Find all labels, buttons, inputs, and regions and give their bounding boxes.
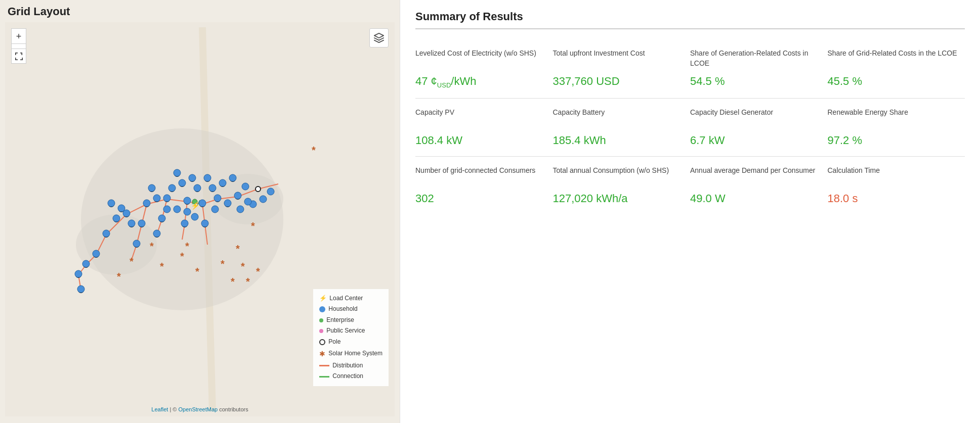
svg-text:*: * <box>160 261 164 272</box>
svg-point-87 <box>219 179 226 186</box>
expand-button[interactable] <box>11 49 26 64</box>
svg-point-92 <box>128 220 135 227</box>
metric-11: Calculation Time 18.0 s <box>828 157 965 214</box>
svg-point-88 <box>224 200 231 207</box>
svg-point-35 <box>255 186 261 192</box>
map-container: + − <box>5 22 395 416</box>
metric-4-value: 108.4 kW <box>415 134 553 147</box>
svg-point-96 <box>163 206 171 213</box>
svg-point-95 <box>108 200 115 207</box>
svg-text:*: * <box>180 251 184 262</box>
svg-point-62 <box>103 230 110 237</box>
metric-9: Total annual Consumption (w/o SHS) 127,0… <box>553 157 691 214</box>
osm-link[interactable]: OpenStreetMap <box>178 406 218 412</box>
svg-point-102 <box>267 188 274 195</box>
legend-item-connection: Connection <box>319 371 382 382</box>
osm-contributors: contributors <box>219 406 248 412</box>
distribution-legend-icon <box>319 365 329 366</box>
svg-point-75 <box>133 240 140 247</box>
summary-title: Summary of Results <box>415 10 965 29</box>
legend-item-household: Household <box>319 304 382 315</box>
metric-1-value: 337,760 USD <box>553 75 691 88</box>
svg-point-94 <box>113 215 120 222</box>
legend-label-household: Household <box>328 304 357 315</box>
zoom-in-button[interactable]: + <box>11 28 26 43</box>
svg-point-77 <box>153 230 160 237</box>
connection-legend-icon <box>319 376 329 378</box>
metric-5-label: Capacity Battery <box>553 108 691 128</box>
metric-6-label: Capacity Diesel Generator <box>690 108 828 128</box>
metric-7: Renewable Energy Share 97.2 % <box>828 99 965 157</box>
map-panel: Grid Layout + − <box>0 0 400 423</box>
svg-point-78 <box>181 220 188 227</box>
svg-text:*: * <box>130 256 134 267</box>
load-center-legend-icon: ⚡ <box>319 295 326 302</box>
metric-5-value: 185.4 kWh <box>553 134 691 147</box>
svg-point-104 <box>211 206 219 213</box>
svg-point-82 <box>189 174 196 181</box>
svg-point-99 <box>191 213 198 220</box>
svg-point-90 <box>148 184 155 192</box>
household-legend-icon <box>319 306 325 312</box>
svg-point-98 <box>184 208 191 215</box>
metric-7-label: Renewable Energy Share <box>828 108 965 128</box>
legend-label-public-service: Public Service <box>326 325 365 337</box>
map-title: Grid Layout <box>5 5 400 18</box>
metric-11-value: 18.0 s <box>828 192 965 205</box>
legend-label-pole: Pole <box>328 337 340 348</box>
metric-1: Total upfront Investment Cost 337,760 US… <box>553 39 691 99</box>
results-grid: Levelized Cost of Electricity (w/o SHS) … <box>415 39 965 214</box>
svg-point-66 <box>184 197 191 204</box>
svg-point-86 <box>209 184 216 192</box>
legend-label-enterprise: Enterprise <box>326 315 354 326</box>
layers-button[interactable] <box>369 28 389 48</box>
metric-11-label: Calculation Time <box>828 166 965 186</box>
svg-text:*: * <box>236 243 240 254</box>
svg-point-68 <box>214 195 221 202</box>
svg-point-85 <box>204 174 211 181</box>
metric-0-value: 47 ¢USD/kWh <box>415 75 553 89</box>
legend-item-enterprise: Enterprise <box>319 315 382 326</box>
svg-point-64 <box>143 200 150 207</box>
metric-2-label: Share of Generation-Related Costs in LCO… <box>690 49 828 69</box>
svg-point-69 <box>234 192 241 199</box>
metric-0-label: Levelized Cost of Electricity (w/o SHS) <box>415 49 553 69</box>
svg-point-81 <box>179 179 186 186</box>
svg-point-80 <box>174 169 181 176</box>
summary-panel: Summary of Results Levelized Cost of Ele… <box>400 0 980 423</box>
metric-5: Capacity Battery 185.4 kWh <box>553 99 691 157</box>
metric-10-label: Annual average Demand per Consumer <box>690 166 828 186</box>
legend-item-load-center: ⚡ Load Center <box>319 293 382 304</box>
load-center-marker: ⚡ <box>191 202 200 210</box>
svg-point-91 <box>153 195 160 202</box>
osm-credit: | © <box>169 406 178 412</box>
svg-point-70 <box>93 250 100 257</box>
svg-point-101 <box>260 196 267 203</box>
svg-text:*: * <box>251 220 255 231</box>
svg-text:*: * <box>312 145 316 156</box>
leaflet-credit: Leaflet | © OpenStreetMap contributors <box>151 406 248 412</box>
layers-icon <box>373 32 385 43</box>
svg-point-79 <box>201 220 208 227</box>
svg-point-103 <box>242 183 249 190</box>
metric-9-label: Total annual Consumption (w/o SHS) <box>553 166 691 186</box>
legend-item-distribution: Distribution <box>319 360 382 371</box>
pole-legend-icon <box>319 339 325 345</box>
svg-point-71 <box>82 260 90 267</box>
svg-text:*: * <box>221 258 225 269</box>
svg-text:*: * <box>150 241 154 252</box>
public-service-legend-icon <box>319 329 323 333</box>
map-legend: ⚡ Load Center Household Enterprise Publi… <box>313 289 389 386</box>
legend-label-distribution: Distribution <box>332 360 363 371</box>
metric-8: Number of grid-connected Consumers 302 <box>415 157 553 214</box>
metric-3-label: Share of Grid-Related Costs in the LCOE <box>828 49 965 69</box>
svg-point-72 <box>75 270 82 277</box>
svg-text:*: * <box>117 271 121 282</box>
svg-point-67 <box>199 200 206 207</box>
metric-8-label: Number of grid-connected Consumers <box>415 166 553 186</box>
metric-2-value: 54.5 % <box>690 75 828 88</box>
leaflet-link[interactable]: Leaflet <box>151 406 168 412</box>
svg-point-74 <box>138 220 145 227</box>
legend-item-public-service: Public Service <box>319 325 382 337</box>
metric-10: Annual average Demand per Consumer 49.0 … <box>690 157 828 214</box>
